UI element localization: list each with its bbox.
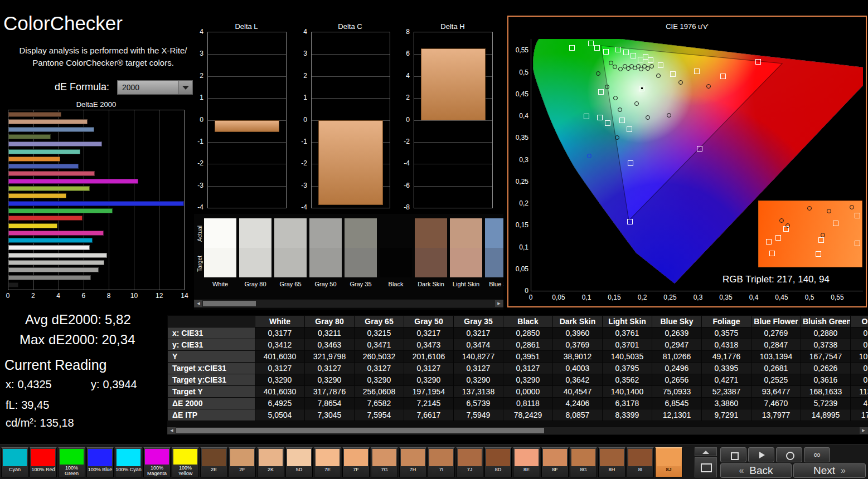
- table-cell: 7,5949: [454, 409, 503, 421]
- de-formula-selected-value: 2000: [122, 83, 139, 92]
- swatch-label: Light Skin: [450, 277, 482, 289]
- row-label: Y: [168, 351, 255, 363]
- swatch-black: Black: [380, 218, 412, 289]
- table-row: x: CIE310,31770,32110,32150,32170,32170,…: [168, 328, 868, 339]
- table-cell: 0,5122: [851, 363, 868, 374]
- axis-tick-label: -4: [404, 159, 410, 167]
- swatch-gray-50: Gray 50: [309, 218, 342, 289]
- table-cell: 0,3738: [801, 339, 851, 351]
- deltae-bar-gray-35: [8, 275, 91, 280]
- measurement-marker: [596, 71, 600, 76]
- patch-button-7e[interactable]: 7E: [314, 447, 341, 477]
- patch-button-8f[interactable]: 8F: [541, 447, 569, 477]
- patch-button-7g[interactable]: 7G: [371, 447, 398, 477]
- table-cell: 0,8118: [503, 398, 553, 409]
- table-cell: 3,3860: [702, 398, 751, 409]
- patch-button-7j[interactable]: 7J: [456, 447, 483, 477]
- table-cell: 0,2626: [801, 363, 851, 374]
- color-swatch: [173, 449, 197, 465]
- table-cell: 6,4925: [255, 398, 305, 409]
- patch-button-2k[interactable]: 2K: [257, 447, 284, 477]
- delta-c-plot: [311, 32, 390, 208]
- swatch-label: Gray 80: [239, 277, 271, 289]
- avg-de2000-label: Avg dE2000:: [25, 312, 101, 327]
- chevron-down-icon: [178, 81, 192, 94]
- patch-button-8d[interactable]: 8D: [484, 447, 512, 477]
- loop-button[interactable]: ∞: [804, 447, 830, 462]
- deltae-bar-black: [8, 282, 18, 287]
- target-color-patch: [415, 248, 447, 277]
- target-marker: [755, 59, 761, 65]
- table-cell: 0,4003: [553, 363, 603, 374]
- table-cell: 0,3412: [255, 339, 305, 351]
- patch-button-100-red[interactable]: 100% Red: [30, 447, 57, 477]
- table-cell: 6,3178: [603, 398, 652, 409]
- scroll-right-arrow[interactable]: ▶: [860, 427, 867, 434]
- patch-button-100-cyan[interactable]: 100% Cyan: [115, 447, 142, 477]
- table-cell: 0,2880: [801, 328, 851, 339]
- scrollbar-thumb[interactable]: [176, 428, 544, 433]
- patch-button-2f[interactable]: 2F: [229, 447, 256, 477]
- table-cell: 0,3616: [801, 374, 851, 386]
- patch-button-100-blue[interactable]: 100% Blue: [86, 447, 114, 477]
- patch-label: 7J: [457, 466, 483, 477]
- delta-h-chart: Delta H 86420-2-4-6-8: [398, 22, 493, 212]
- current-cdm2: cd/m²:135,18: [6, 417, 77, 429]
- patch-button-8i[interactable]: 8I: [627, 447, 654, 477]
- patch-button-7h[interactable]: 7H: [399, 447, 426, 477]
- play-button[interactable]: [748, 447, 774, 462]
- gridline: [208, 142, 286, 143]
- patch-button-7f[interactable]: 7F: [342, 447, 370, 477]
- swatch-white: White: [204, 218, 236, 289]
- patch-button-100-magenta[interactable]: 100% Magenta: [143, 447, 171, 477]
- patch-button-cyan[interactable]: Cyan: [1, 447, 28, 477]
- patch-button-100-yellow[interactable]: 100% Yellow: [172, 447, 199, 477]
- scrollbar-thumb[interactable]: [203, 301, 256, 306]
- table-corner-cell: [168, 316, 255, 328]
- patch-button-100-green[interactable]: 100% Green: [58, 447, 85, 477]
- de-formula-select[interactable]: 2000: [117, 80, 193, 95]
- table-cell: 0,3177: [255, 328, 305, 339]
- next-button[interactable]: Next »: [793, 463, 866, 478]
- patch-label: 8H: [599, 466, 625, 477]
- table-cell: 0,4873: [851, 328, 868, 339]
- pattern-window-button[interactable]: [695, 457, 717, 477]
- row-label: ΔE ITP: [168, 409, 255, 421]
- axis-tick-label: -4: [301, 203, 307, 211]
- table-cell: 0,3290: [305, 374, 355, 386]
- column-header-bluish-green: Bluish Green: [801, 316, 851, 328]
- patch-label: 100% Green: [59, 465, 85, 477]
- patch-button-8j[interactable]: 8J: [655, 447, 682, 477]
- scroll-left-arrow[interactable]: ◀: [168, 427, 176, 434]
- table-cell: 0,4271: [702, 374, 751, 386]
- stop-button[interactable]: [720, 447, 746, 462]
- record-button[interactable]: [776, 447, 802, 462]
- color-swatch: [344, 449, 368, 466]
- swatch-scrollbar[interactable]: ◀ ▶: [194, 300, 503, 307]
- row-label: x: CIE31: [168, 328, 255, 339]
- scroll-left-arrow[interactable]: ◀: [195, 300, 202, 307]
- patch-button-8e[interactable]: 8E: [513, 447, 540, 477]
- target-color-patch: [450, 248, 482, 277]
- gridline: [109, 110, 109, 290]
- scroll-up-button[interactable]: [695, 447, 717, 456]
- table-cell: 7,6582: [355, 398, 404, 409]
- back-button[interactable]: « Back: [720, 463, 792, 478]
- cie-zoom-inset: [758, 201, 862, 267]
- table-scrollbar[interactable]: ◀ ▶: [167, 427, 868, 434]
- patch-button-7i[interactable]: 7I: [428, 447, 455, 477]
- patch-label: 100% Magenta: [144, 465, 170, 477]
- patch-button-2e[interactable]: 2E: [200, 447, 227, 477]
- gridline: [208, 186, 286, 187]
- axis-tick-label: 0,5: [519, 69, 528, 76]
- patch-label: 7I: [428, 466, 454, 477]
- current-x-label: x:: [6, 378, 14, 390]
- patch-button-8g[interactable]: 8G: [570, 447, 597, 477]
- table-cell: 0,3127: [355, 363, 404, 374]
- axis-tick-label: 0,55: [516, 46, 528, 54]
- patch-button-5d[interactable]: 5D: [285, 447, 313, 477]
- patch-button-8h[interactable]: 8H: [598, 447, 625, 477]
- scroll-right-arrow[interactable]: ▶: [495, 300, 503, 307]
- measurement-marker: [656, 74, 661, 78]
- color-swatch: [88, 449, 112, 466]
